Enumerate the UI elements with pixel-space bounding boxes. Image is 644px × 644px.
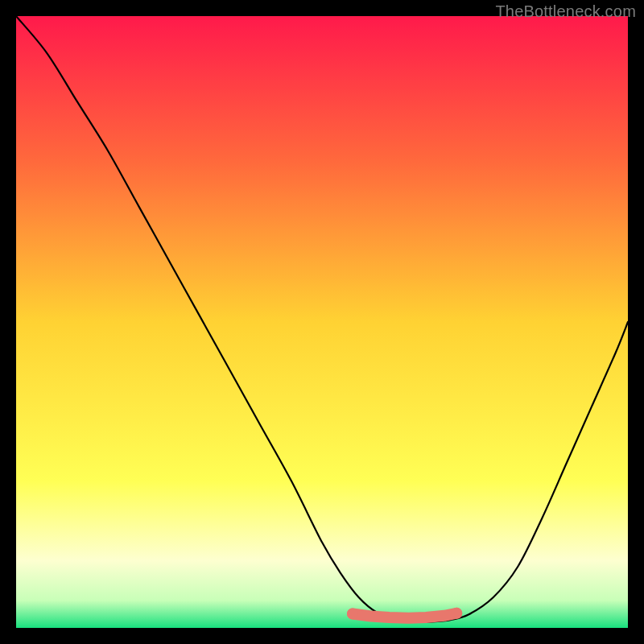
plot-area: [16, 16, 628, 628]
svg-rect-0: [16, 16, 628, 628]
background-gradient: [16, 16, 628, 628]
chart-frame: TheBottleneck.com: [0, 0, 644, 644]
watermark-text: TheBottleneck.com: [495, 2, 636, 21]
